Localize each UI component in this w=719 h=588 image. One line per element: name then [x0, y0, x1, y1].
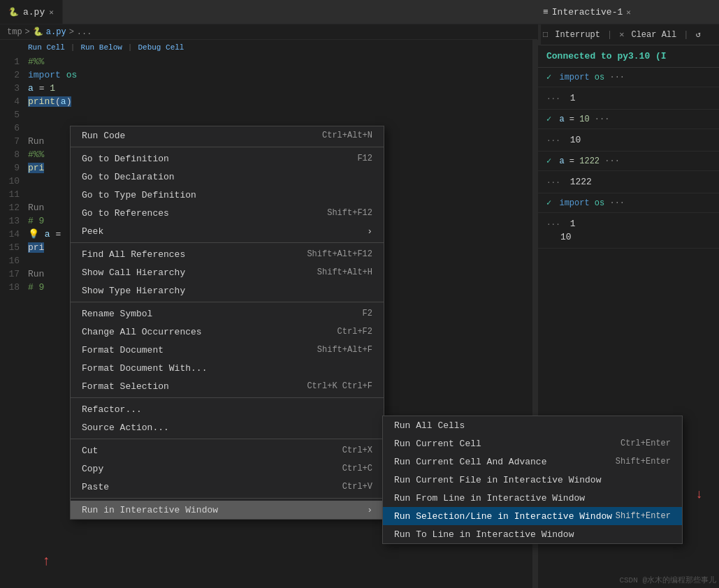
interactive-result-4: ··· 1 10	[538, 213, 719, 249]
interactive-block-4: ✓ import os ···	[538, 193, 719, 213]
ctx-sep-2	[71, 242, 384, 243]
iblock-1-code: ✓ import os ···	[546, 72, 711, 82]
ctx-rename[interactable]: Rename Symbol F2	[71, 304, 384, 323]
iresult-3: ··· 1222	[546, 175, 711, 189]
ctx-refactor[interactable]: Refactor...	[71, 400, 384, 418]
toolbar-sep2: |	[683, 30, 688, 40]
interactive-tab-close[interactable]: ✕	[626, 8, 631, 17]
breadcrumb-filename[interactable]: a.py	[46, 27, 66, 37]
iblock-4-code: ✓ import os ···	[546, 198, 711, 208]
interactive-toolbar: □ Interrupt | ✕ Clear All | ↺	[537, 24, 719, 45]
restart-button[interactable]: ↺	[695, 29, 700, 40]
toolbar-sep1: |	[607, 30, 612, 40]
code-line-4: 4 print(a)	[0, 95, 538, 108]
check-icon-3: ✓	[546, 156, 551, 166]
cell1-bar: Run Cell | Run Below | Debug Cell	[0, 40, 538, 55]
sub-run-selection[interactable]: Run Selection/Line in Interactive Window…	[383, 507, 682, 525]
connected-label: Connected to py3.10 (I	[546, 51, 667, 61]
ctx-goto-typedef[interactable]: Go to Type Definition	[71, 186, 384, 204]
check-icon-1: ✓	[546, 73, 551, 82]
iresult-4: ··· 1	[546, 217, 711, 230]
run-below-link[interactable]: Run Below	[80, 43, 122, 52]
interactive-block-3: ✓ a = 1222 ···	[538, 152, 719, 171]
watermark: CSDN @水木的编程那些事儿	[619, 575, 716, 585]
check-icon-2: ✓	[546, 115, 551, 124]
code-line-1: 1 #%%	[0, 55, 538, 68]
interactive-result-3: ··· 1222	[538, 171, 719, 193]
ctx-type-hierarchy[interactable]: Show Type Hierarchy	[71, 281, 384, 300]
iblock-3-code: ✓ a = 1222 ···	[546, 156, 711, 166]
ctx-paste[interactable]: Paste Ctrl+V	[71, 478, 384, 496]
sub-run-advance[interactable]: Run Current Cell And Advance Shift+Enter	[383, 453, 682, 471]
clear-all-button[interactable]: Clear All	[631, 30, 676, 40]
ctx-goto-def[interactable]: Go to Definition F12	[71, 149, 384, 168]
ctx-format-doc-with[interactable]: Format Document With...	[71, 359, 384, 377]
ctx-source-action[interactable]: Source Action...	[71, 418, 384, 436]
check-icon-4: ✓	[546, 198, 551, 208]
sub-run-from-line[interactable]: Run From Line in Interactive Window ↓	[383, 489, 682, 507]
iblock-2-code: ✓ a = 10 ···	[546, 114, 711, 124]
ctx-change-all[interactable]: Change All Occurrences Ctrl+F2	[71, 323, 384, 341]
ctx-sep-4	[71, 397, 384, 398]
code-line-5: 5	[0, 108, 538, 122]
code-line-2: 2 import os	[0, 68, 538, 82]
iresult-1-dots: ··· 1	[546, 91, 711, 105]
ctx-sep-1	[71, 147, 384, 147]
sub-run-current[interactable]: Run Current Cell Ctrl+Enter	[383, 434, 682, 453]
context-menu: Run Code Ctrl+Alt+N Go to Definition F12…	[70, 126, 384, 520]
ctx-peek[interactable]: Peek ›	[71, 222, 384, 240]
interactive-tab[interactable]: ≡ Interactive-1 ✕	[543, 7, 631, 17]
ctx-run-interactive[interactable]: Run in Interactive Window ›	[71, 501, 384, 519]
breadcrumb-sep2: >	[69, 27, 74, 37]
file-tab[interactable]: 🐍 a.py ✕	[0, 0, 63, 24]
arrow-run-interactive: ↑	[42, 553, 50, 569]
interrupt-checkbox: □	[543, 30, 548, 40]
interactive-result-2: ··· 10	[538, 129, 719, 152]
sub-run-to-line[interactable]: Run To Line in Interactive Window	[383, 525, 682, 543]
breadcrumb-sep1: >	[25, 27, 30, 37]
ctx-sep-6	[71, 498, 384, 499]
python-file-icon: 🐍	[8, 7, 19, 17]
ctx-cut[interactable]: Cut Ctrl+X	[71, 441, 384, 460]
iresult-2: ··· 10	[546, 133, 711, 147]
debug-cell-link[interactable]: Debug Cell	[138, 43, 184, 52]
ctx-run-code[interactable]: Run Code Ctrl+Alt+N	[71, 126, 384, 145]
ctx-goto-decl[interactable]: Go to Declaration	[71, 168, 384, 186]
interactive-tabbar: ≡ Interactive-1 ✕	[537, 0, 719, 24]
connected-status: Connected to py3.10 (I	[538, 45, 719, 68]
ctx-sep-5	[71, 439, 384, 439]
ctx-find-all-refs[interactable]: Find All References Shift+Alt+F12	[71, 245, 384, 263]
breadcrumb-dots[interactable]: ...	[77, 27, 92, 37]
interrupt-button[interactable]: Interrupt	[555, 30, 600, 40]
iresult-4b: 10	[546, 230, 711, 244]
interactive-result-1: ··· 1	[538, 87, 719, 110]
interactive-tab-label: Interactive-1	[552, 7, 623, 17]
python-breadcrumb-icon: 🐍	[33, 27, 43, 37]
interactive-block-2: ✓ a = 10 ···	[538, 110, 719, 129]
tab-label: a.py	[23, 7, 45, 17]
sub-run-file[interactable]: Run Current File in Interactive Window	[383, 471, 682, 489]
ctx-sep-3	[71, 302, 384, 302]
run-cell-link[interactable]: Run Cell	[28, 43, 65, 52]
interactive-tab-icon: ≡	[543, 7, 549, 17]
ctx-goto-refs[interactable]: Go to References Shift+F12	[71, 204, 384, 222]
code-line-3: 3 a = 1	[0, 82, 538, 95]
breadcrumb-tmp[interactable]: tmp	[7, 27, 22, 37]
arrow-run-from-line: ↓	[695, 487, 703, 501]
submenu-interactive: Run All Cells Run Current Cell Ctrl+Ente…	[382, 416, 683, 544]
sub-run-all[interactable]: Run All Cells	[383, 416, 682, 434]
tab-close-button[interactable]: ✕	[49, 8, 54, 17]
clear-all-icon: ✕	[619, 29, 624, 40]
ctx-copy[interactable]: Copy Ctrl+C	[71, 460, 384, 478]
ctx-call-hierarchy[interactable]: Show Call Hierarchy Shift+Alt+H	[71, 263, 384, 281]
ctx-format-doc[interactable]: Format Document Shift+Alt+F	[71, 341, 384, 359]
ctx-format-sel[interactable]: Format Selection Ctrl+K Ctrl+F	[71, 377, 384, 395]
interactive-block-1: ✓ import os ···	[538, 68, 719, 87]
